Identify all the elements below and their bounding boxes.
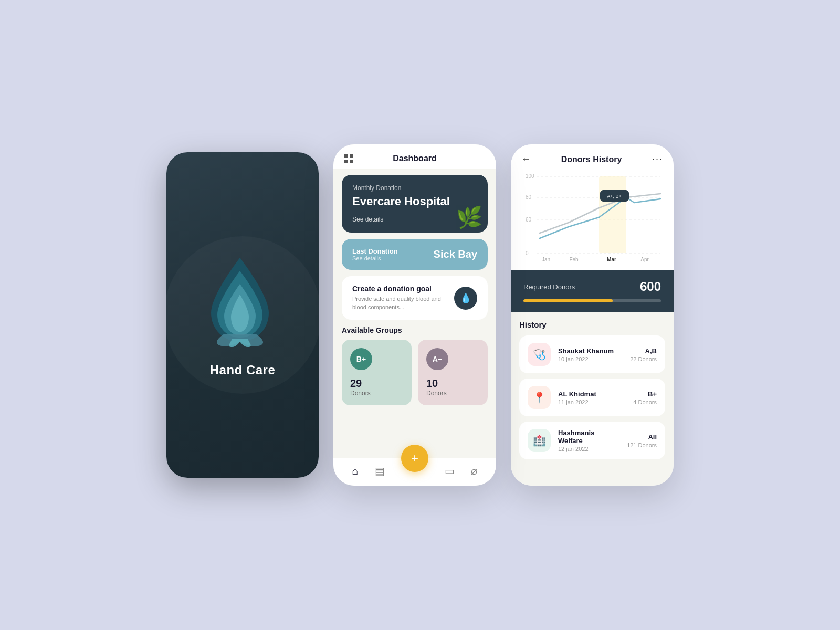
create-goal-desc: Provide safe and quality blood and blood…	[352, 295, 447, 311]
history-section-title: History	[519, 320, 665, 329]
svg-text:60: 60	[526, 217, 532, 223]
progress-bar-fill	[523, 299, 613, 302]
history-name-2: Hashmanis Welfare	[558, 429, 620, 445]
nav-person-icon[interactable]: ⌀	[471, 465, 477, 477]
groups-title: Available Groups	[342, 326, 488, 334]
donors-count-0: 22 Donors	[630, 356, 657, 362]
blood-type-2: All	[627, 433, 657, 441]
bottom-nav: ⌂ ▤ ▭ ⌀ +	[333, 458, 496, 486]
more-button[interactable]: ···	[652, 154, 663, 165]
svg-text:A+, B+: A+, B+	[607, 194, 622, 199]
group-badge-aminus: A−	[426, 348, 448, 370]
chart-area: 100 80 60 0	[511, 170, 674, 270]
svg-text:0: 0	[526, 250, 529, 256]
group-label-bplus: Donors	[350, 390, 403, 397]
dashboard-title: Dashboard	[393, 154, 437, 163]
screens-container: Hand Care Dashboard Monthly Donation Eve…	[166, 144, 674, 486]
svg-text:100: 100	[526, 173, 534, 179]
history-date-0: 10 jan 2022	[558, 356, 623, 362]
history-right-0: A,B 22 Donors	[630, 347, 657, 362]
history-icon-2: 🏥	[528, 429, 551, 452]
group-count-aminus: 10	[426, 377, 479, 390]
group-card-aminus[interactable]: A− 10 Donors	[418, 340, 488, 405]
history-info-2: Hashmanis Welfare 12 jan 2022	[558, 429, 620, 452]
monthly-donation-card[interactable]: Monthly Donation Evercare Hospital See d…	[342, 175, 488, 233]
goal-icon: 💧	[454, 287, 477, 310]
create-goal-card[interactable]: Create a donation goal Provide safe and …	[342, 276, 488, 320]
history-name-0: Shaukat Khanum	[558, 347, 623, 355]
history-item-0[interactable]: 🩺 Shaukat Khanum 10 jan 2022 A,B 22 Dono…	[519, 335, 665, 373]
grid-icon[interactable]	[344, 154, 353, 163]
group-card-bplus[interactable]: B+ 29 Donors	[342, 340, 412, 405]
history-icon-1: 📍	[528, 386, 551, 409]
screen-donors: ← Donors History ··· 100 80 60 0	[511, 144, 674, 486]
progress-bar-bg	[523, 299, 661, 302]
screen-handcare: Hand Care	[166, 152, 319, 478]
donors-count-1: 4 Donors	[633, 399, 657, 405]
groups-container: B+ 29 Donors A− 10 Donors	[342, 340, 488, 405]
history-date-2: 12 jan 2022	[558, 446, 620, 452]
last-donation-card[interactable]: Last Donation See details Sick Bay	[342, 239, 488, 270]
history-item-2[interactable]: 🏥 Hashmanis Welfare 12 jan 2022 All 121 …	[519, 422, 665, 459]
dashboard-header: Dashboard	[333, 144, 496, 169]
group-label-aminus: Donors	[426, 390, 479, 397]
sick-bay-text: Sick Bay	[434, 248, 477, 260]
history-name-1: AL Khidmat	[558, 390, 626, 398]
fab-add-button[interactable]: +	[401, 445, 428, 472]
back-button[interactable]: ←	[521, 154, 531, 165]
nav-card-icon[interactable]: ▭	[445, 465, 455, 477]
history-icon-0: 🩺	[528, 343, 551, 366]
group-badge-bplus: B+	[350, 348, 372, 370]
see-details-last[interactable]: See details	[352, 255, 398, 261]
last-donation-title: Last Donation	[352, 247, 398, 255]
history-info-0: Shaukat Khanum 10 jan 2022	[558, 347, 623, 362]
flower-icon: 🌿	[456, 205, 482, 230]
svg-text:Apr: Apr	[640, 257, 649, 262]
required-donors-header: Required Donors 600	[523, 279, 661, 294]
svg-text:Mar: Mar	[607, 257, 616, 262]
nav-home-icon[interactable]: ⌂	[352, 465, 359, 477]
svg-text:Feb: Feb	[569, 257, 579, 262]
donors-count-2: 121 Donors	[627, 442, 657, 448]
required-donors-section: Required Donors 600	[511, 270, 674, 312]
group-count-bplus: 29	[350, 377, 403, 390]
donors-header: ← Donors History ···	[511, 144, 674, 170]
history-item-1[interactable]: 📍 AL Khidmat 11 jan 2022 B+ 4 Donors	[519, 379, 665, 416]
dashboard-content: Monthly Donation Evercare Hospital See d…	[333, 169, 496, 458]
history-section: History 🩺 Shaukat Khanum 10 jan 2022 A,B…	[511, 312, 674, 486]
chart-wrapper: 100 80 60 0	[521, 170, 663, 265]
create-goal-title: Create a donation goal	[352, 285, 447, 293]
history-info-1: AL Khidmat 11 jan 2022	[558, 390, 626, 405]
donors-title: Donors History	[561, 155, 622, 164]
nav-calendar-icon[interactable]: ▤	[375, 465, 385, 477]
available-groups-section: Available Groups B+ 29 Donors A− 10	[342, 326, 488, 405]
history-right-1: B+ 4 Donors	[633, 390, 657, 405]
handcare-title: Hand Care	[210, 363, 276, 377]
monthly-label: Monthly Donation	[352, 184, 477, 192]
required-donors-label: Required Donors	[523, 283, 575, 291]
blood-type-0: A,B	[630, 347, 657, 355]
screen-dashboard: Dashboard Monthly Donation Evercare Hosp…	[333, 144, 496, 486]
history-right-2: All 121 Donors	[627, 433, 657, 448]
history-date-1: 11 jan 2022	[558, 399, 626, 405]
svg-text:80: 80	[526, 194, 532, 200]
handcare-logo	[201, 253, 285, 347]
svg-text:Jan: Jan	[542, 257, 550, 262]
blood-type-1: B+	[633, 390, 657, 398]
required-donors-count: 600	[640, 279, 661, 294]
